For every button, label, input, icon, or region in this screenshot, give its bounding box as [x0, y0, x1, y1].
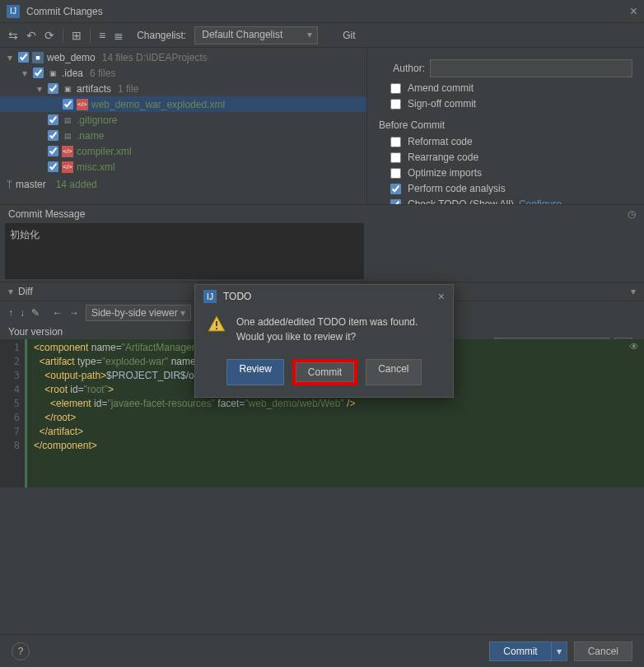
folder-icon: ▣	[47, 68, 58, 79]
module-icon: ■	[32, 52, 44, 63]
app-logo-icon: IJ	[7, 5, 20, 18]
commit-toolbar: ⇆ ↶ ⟳ ⊞ ≡ ≣ Changelist: Default Changeli…	[0, 23, 644, 48]
optimize-row[interactable]: Optimize imports	[390, 167, 632, 179]
tree-folder-idea[interactable]: ▾ ▣ .idea 6 files	[0, 65, 366, 81]
tree-folder-artifacts[interactable]: ▾ ▣ artifacts 1 file	[0, 81, 366, 96]
reformat-row[interactable]: Reformat code	[390, 136, 632, 147]
warning-icon	[207, 315, 226, 334]
window-title: Commit Changes	[26, 6, 103, 17]
modal-line1: One added/edited TODO item was found.	[236, 315, 418, 329]
expand-icon[interactable]: ≡	[99, 29, 105, 42]
modal-buttons: Review Commit Cancel	[195, 351, 453, 397]
chevron-down-icon[interactable]: ▾	[20, 68, 30, 79]
cancel-button[interactable]: Cancel	[574, 641, 632, 661]
commit-message-section: Commit Message ◷	[0, 204, 644, 282]
tree-file-compiler[interactable]: </> compiler.xml	[0, 143, 366, 159]
before-commit-section: Before Commit	[379, 119, 632, 131]
todo-checkbox[interactable]	[390, 199, 401, 205]
nav-back-icon[interactable]: ←	[53, 307, 63, 319]
svg-rect-1	[216, 328, 217, 329]
dialog-footer: ? Commit ▾ Cancel	[0, 634, 644, 667]
next-diff-icon[interactable]: ↓	[20, 307, 25, 319]
checkbox[interactable]	[18, 52, 29, 63]
history-icon[interactable]: ◷	[628, 208, 636, 220]
signoff-checkbox[interactable]	[390, 99, 401, 110]
chevron-down-icon[interactable]: ▾	[35, 83, 44, 95]
analysis-label: Perform code analysis	[408, 183, 506, 194]
chevron-down-icon[interactable]: ▾	[5, 52, 15, 63]
tree-file-name[interactable]: ▤ .name	[0, 128, 366, 143]
help-button[interactable]: ?	[12, 642, 30, 660]
rearrange-row[interactable]: Rearrange code	[390, 152, 632, 163]
amend-row[interactable]: Amend commit	[390, 82, 632, 94]
svg-rect-0	[216, 321, 217, 326]
commit-message-label: Commit Message	[8, 208, 85, 220]
commit-highlight: Commit	[292, 359, 357, 385]
checkbox[interactable]	[48, 161, 58, 172]
modal-line2: Would you like to review it?	[236, 329, 418, 344]
revert-icon[interactable]: ↶	[26, 29, 36, 42]
folder-icon: ▣	[62, 83, 73, 95]
changelist-select[interactable]: Default Changelist	[194, 26, 318, 44]
optimize-checkbox[interactable]	[390, 168, 401, 179]
review-button[interactable]: Review	[226, 359, 283, 385]
group-icon[interactable]: ⊞	[72, 29, 82, 42]
author-label: Author:	[379, 63, 425, 74]
checkbox[interactable]	[48, 130, 58, 141]
tree-file-exploded[interactable]: </> web_demo_war_exploded.xml	[0, 96, 366, 112]
author-row: Author:	[379, 59, 632, 77]
modal-cancel-button[interactable]: Cancel	[366, 359, 421, 385]
titlebar: IJ Commit Changes ×	[0, 0, 644, 23]
show-diff-icon[interactable]: ⇆	[8, 29, 18, 42]
separator	[63, 29, 63, 42]
nav-forward-icon[interactable]: →	[69, 307, 79, 319]
modal-header: IJ TODO ×	[195, 285, 453, 308]
signoff-row[interactable]: Sign-off commit	[390, 98, 632, 110]
chevron-down-icon[interactable]: ▾	[8, 286, 13, 297]
author-input[interactable]	[430, 59, 632, 77]
signoff-label: Sign-off commit	[408, 98, 476, 110]
checkbox[interactable]	[48, 146, 58, 156]
analysis-row[interactable]: Perform code analysis	[390, 183, 632, 194]
prev-diff-icon[interactable]: ↑	[8, 307, 13, 319]
checkbox[interactable]	[63, 99, 73, 110]
commit-message-input[interactable]	[5, 223, 364, 279]
edit-icon[interactable]: ✎	[31, 307, 40, 319]
modal-title: TODO	[223, 291, 251, 302]
reformat-checkbox[interactable]	[390, 137, 401, 147]
xml-file-icon: </>	[77, 99, 88, 110]
main-split: ▾ ■ web_demo 14 files D:\IDEAProjects ▾ …	[0, 48, 644, 204]
app-logo-icon: IJ	[203, 290, 217, 303]
vcs-label: Git	[343, 30, 355, 41]
amend-checkbox[interactable]	[390, 83, 401, 94]
tree-file-misc[interactable]: </> misc.xml	[0, 159, 366, 175]
checkbox[interactable]	[48, 114, 58, 125]
viewer-select[interactable]: Side-by-side viewer	[86, 305, 191, 321]
refresh-icon[interactable]: ⟳	[44, 29, 54, 42]
checkbox[interactable]	[33, 68, 44, 78]
close-icon[interactable]: ×	[630, 4, 637, 19]
collapse-icon[interactable]: ≣	[114, 29, 124, 42]
modal-commit-button[interactable]: Commit	[296, 362, 354, 382]
changelist-label: Changelist:	[137, 30, 186, 41]
close-icon[interactable]: ×	[438, 290, 445, 303]
changelist-value: Default Changelist	[202, 29, 282, 40]
tree-node-label: .idea	[62, 68, 83, 79]
analysis-checkbox[interactable]	[390, 184, 401, 194]
checkbox[interactable]	[48, 83, 58, 94]
tree-file-gitignore[interactable]: ▤ .gitignore	[0, 112, 366, 128]
tree-node-label: .name	[77, 130, 104, 142]
commit-button[interactable]: Commit	[489, 641, 551, 661]
collapse-diff-icon[interactable]: ▾	[631, 286, 636, 297]
eye-icon[interactable]: 👁	[629, 341, 639, 352]
configure-link[interactable]: Configure	[519, 198, 562, 204]
amend-label: Amend commit	[408, 82, 474, 94]
todo-row[interactable]: Check TODO (Show All)Configure	[390, 198, 632, 204]
tree-root[interactable]: ▾ ■ web_demo 14 files D:\IDEAProjects	[0, 49, 366, 65]
xml-file-icon: </>	[62, 161, 73, 173]
options-pane: Author: Amend commit Sign-off commit Bef…	[367, 48, 644, 204]
branch-icon: ᛘ	[7, 179, 12, 190]
rearrange-checkbox[interactable]	[390, 152, 401, 163]
optimize-label: Optimize imports	[408, 167, 482, 179]
commit-dropdown-button[interactable]: ▾	[552, 641, 567, 661]
